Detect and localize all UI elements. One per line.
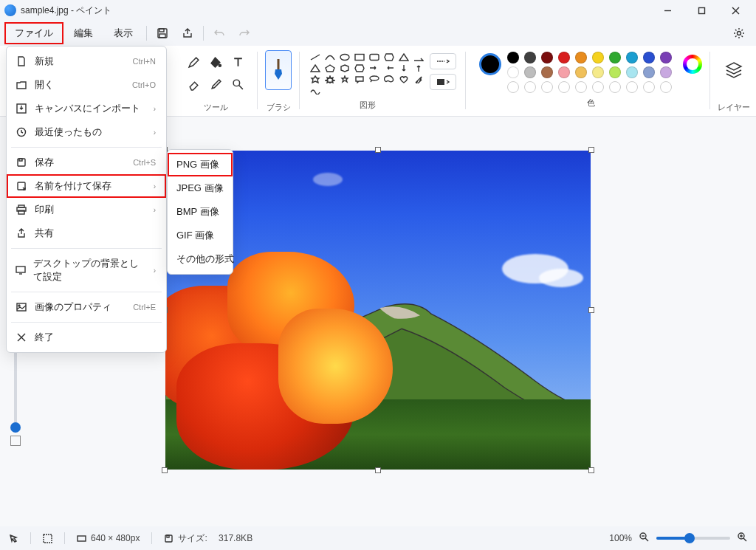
svg-point-7 [738,32,741,35]
zoom-slider[interactable] [656,537,730,540]
color-swatch[interactable] [541,52,553,63]
color-swatch[interactable] [626,66,638,78]
image-icon [16,302,27,312]
menu-item-set-desktop[interactable]: デスクトップの背景として設定› [7,252,166,289]
resize-handle[interactable] [375,467,381,473]
color-swatch[interactable] [541,66,553,78]
ribbon-group-brushes: ブラシ [265,50,292,114]
svg-marker-16 [399,54,408,61]
svg-point-36 [18,305,20,306]
color-swatch[interactable] [592,66,604,78]
menu-bar: ファイル 編集 表示 [0,21,756,46]
svg-point-9 [233,80,240,86]
zoom-out-icon[interactable] [639,532,649,544]
color-swatch[interactable] [524,66,536,78]
layers-button[interactable] [718,50,750,90]
color-swatch-empty[interactable] [524,81,536,93]
color-swatch[interactable] [507,52,519,63]
redo-icon[interactable] [232,23,257,44]
color-swatch[interactable] [558,66,570,78]
color-swatch[interactable] [660,52,672,63]
color-swatch[interactable] [643,66,655,78]
resize-handle[interactable] [162,467,168,473]
brush-picker[interactable] [265,50,292,90]
menu-item-save-as[interactable]: 名前を付けて保存› [7,174,166,198]
svg-marker-20 [355,65,364,72]
color-swatch[interactable] [575,66,587,78]
menu-file[interactable]: ファイル [4,22,63,44]
submenu-item-jpeg[interactable]: JPEG 画像 [168,176,233,200]
svg-marker-23 [342,76,348,82]
color-swatch[interactable] [575,52,587,63]
menu-edit[interactable]: 編集 [63,22,103,44]
color-swatch-empty[interactable] [558,81,570,93]
close-button[interactable] [719,0,752,21]
color-picker-button[interactable] [683,55,702,74]
menu-view[interactable]: 表示 [103,22,143,44]
color-swatch[interactable] [524,52,536,63]
color-swatch[interactable] [609,52,621,63]
resize-handle[interactable] [588,147,594,153]
color-swatch[interactable] [507,66,519,78]
resize-handle[interactable] [588,467,594,473]
menu-item-properties[interactable]: 画像のプロパティCtrl+E [7,295,166,319]
dimensions-display: 640 × 480px [77,533,140,543]
window-title: sample4.jpg - ペイント [21,4,111,17]
color-swatch[interactable] [609,66,621,78]
menu-item-share[interactable]: 共有 [7,221,166,245]
svg-marker-21 [312,76,319,83]
shapes-gallery[interactable] [307,50,428,98]
color-swatch-empty[interactable] [643,81,655,93]
fill-tool[interactable] [207,53,224,71]
color-swatch[interactable] [643,52,655,63]
eyedropper-tool[interactable] [207,75,224,93]
submenu-item-png[interactable]: PNG 画像 [168,153,233,176]
color-swatch-empty[interactable] [609,81,621,93]
color-swatch[interactable] [592,52,604,63]
color-swatch-empty[interactable] [660,81,672,93]
submenu-item-bmp[interactable]: BMP 画像 [168,200,233,224]
resize-handle[interactable] [375,147,381,153]
menu-item-print[interactable]: 印刷› [7,198,166,221]
color-swatch-empty[interactable] [541,81,553,93]
menu-item-import[interactable]: キャンバスにインポート› [7,97,166,120]
menu-item-new[interactable]: 新規Ctrl+N [7,49,166,73]
color-palette[interactable] [507,52,674,93]
text-tool[interactable] [229,53,247,71]
color-swatch-empty[interactable] [575,81,587,93]
magnifier-tool[interactable] [229,75,247,93]
menu-item-open[interactable]: 開くCtrl+O [7,73,166,97]
svg-line-11 [311,55,320,60]
menu-item-save[interactable]: 保存Ctrl+S [7,151,166,174]
color-swatch-empty[interactable] [626,81,638,93]
settings-icon[interactable] [726,23,752,44]
pencil-tool[interactable] [185,53,202,71]
resize-handle[interactable] [588,307,594,313]
save-icon[interactable] [150,23,175,44]
current-color[interactable] [479,53,501,75]
status-bar: 640 × 480px サイズ: 317.8KB 100% [0,526,756,550]
submenu-item-other[interactable]: その他の形式 [168,247,233,271]
color-swatch-empty[interactable] [592,81,604,93]
shape-outline-button[interactable] [430,53,456,69]
undo-icon[interactable] [207,23,232,44]
menu-item-exit[interactable]: 終了 [7,326,166,349]
maximize-button[interactable] [685,0,718,21]
svg-marker-18 [326,65,334,72]
menu-item-recent[interactable]: 最近使ったもの› [7,120,166,144]
eraser-tool[interactable] [185,75,202,93]
svg-line-45 [645,538,648,541]
shape-fill-button[interactable] [430,74,456,90]
color-swatch[interactable] [660,66,672,78]
color-swatch[interactable] [558,52,570,63]
zoom-in-icon[interactable] [738,532,747,544]
color-swatch-empty[interactable] [507,81,519,93]
shapes-label: 図形 [360,100,376,111]
color-swatch[interactable] [626,52,638,63]
share-icon[interactable] [175,23,200,44]
svg-rect-40 [78,536,86,541]
minimize-button[interactable] [651,0,684,21]
svg-rect-29 [19,159,22,161]
import-icon [16,103,27,114]
submenu-item-gif[interactable]: GIF 画像 [168,224,233,247]
